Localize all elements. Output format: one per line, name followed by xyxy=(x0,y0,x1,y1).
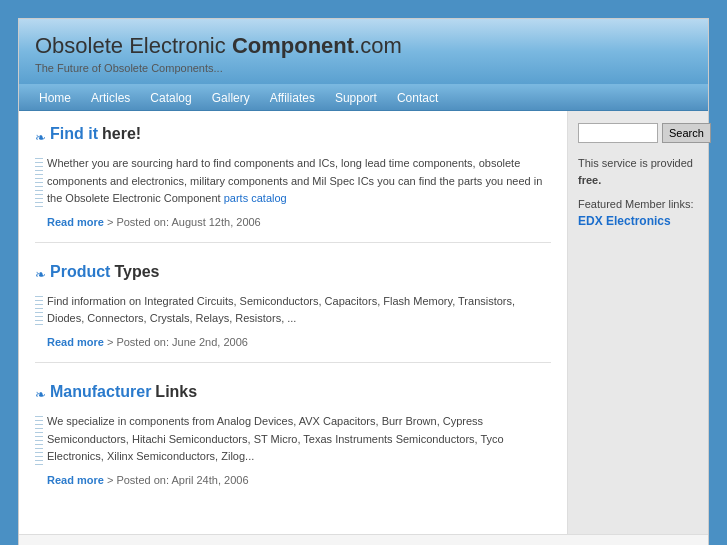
post-product-types-date: > Posted on: June 2nd, 2006 xyxy=(107,336,248,348)
post-product-types-body: Find information on Integrated Circuits,… xyxy=(35,293,551,328)
outer-wrapper: Obsolete Electronic Component.com The Fu… xyxy=(0,0,727,545)
parts-catalog-link[interactable]: parts catalog xyxy=(224,192,287,204)
post-find-it-body: Whether you are sourcing hard to find co… xyxy=(35,155,551,208)
nav-gallery[interactable]: Gallery xyxy=(202,85,260,111)
post-manufacturer-links-date: > Posted on: April 24th, 2006 xyxy=(107,474,249,486)
post-manufacturer-links-title-row: ❧ Manufacturer Links xyxy=(35,383,551,407)
site-title-bold: Component xyxy=(232,33,354,58)
post-product-types-footer: Read more > Posted on: June 2nd, 2006 xyxy=(35,336,551,348)
main-layout: ❧ Find it here! Whether you are sourcing… xyxy=(19,111,708,534)
site-nav: Home Articles Catalog Gallery Affiliates… xyxy=(19,85,708,111)
post-find-it-title: Find it here! xyxy=(50,125,141,143)
nav-catalog[interactable]: Catalog xyxy=(140,85,201,111)
post-manufacturer-links-keyword: Manufacturer xyxy=(50,383,151,401)
post-product-types: ❧ Product Types Find information on Inte… xyxy=(35,263,551,363)
post-product-types-rest: Types xyxy=(114,263,159,281)
post-product-types-read-more[interactable]: Read more xyxy=(47,336,104,348)
site-title: Obsolete Electronic Component.com xyxy=(35,33,692,59)
nav-support[interactable]: Support xyxy=(325,85,387,111)
post-manufacturer-links-body: We specialize in components from Analog … xyxy=(35,413,551,466)
sidebar-service-label: This service is provided xyxy=(578,157,693,169)
sidebar-service-text: This service is provided free. xyxy=(578,155,698,188)
site-header: Obsolete Electronic Component.com The Fu… xyxy=(19,19,708,85)
nav-contact[interactable]: Contact xyxy=(387,85,448,111)
sidebar-search: Search xyxy=(578,123,698,143)
post-manufacturer-links: ❧ Manufacturer Links We specialize in co… xyxy=(35,383,551,500)
post-find-it-title-row: ❧ Find it here! xyxy=(35,125,551,149)
sidebar-free-label: free. xyxy=(578,174,601,186)
post-product-types-title: Product Types xyxy=(50,263,160,281)
nav-affiliates[interactable]: Affiliates xyxy=(260,85,325,111)
sidebar: Search This service is provided free. Fe… xyxy=(568,111,708,534)
post-find-it-keyword: Find it xyxy=(50,125,98,143)
post-manufacturer-links-rest: Links xyxy=(155,383,197,401)
post-product-types-icon: ❧ xyxy=(35,267,46,282)
site-tagline: The Future of Obsolete Components... xyxy=(35,62,692,74)
site-container: Obsolete Electronic Component.com The Fu… xyxy=(18,18,709,545)
site-title-normal: Obsolete Electronic xyxy=(35,33,232,58)
nav-home[interactable]: Home xyxy=(29,85,81,111)
sidebar-featured-label: Featured Member links: xyxy=(578,198,698,210)
site-footer: © 2006. ObsoleteElectronicComponent.com xyxy=(19,534,708,545)
nav-articles[interactable]: Articles xyxy=(81,85,140,111)
search-input[interactable] xyxy=(578,123,658,143)
post-find-it-date: > Posted on: August 12th, 2006 xyxy=(107,216,261,228)
content-area: ❧ Find it here! Whether you are sourcing… xyxy=(19,111,568,534)
sidebar-edx-link[interactable]: EDX Electronics xyxy=(578,214,671,228)
search-button[interactable]: Search xyxy=(662,123,711,143)
post-product-types-title-row: ❧ Product Types xyxy=(35,263,551,287)
post-find-it: ❧ Find it here! Whether you are sourcing… xyxy=(35,125,551,243)
post-manufacturer-links-title: Manufacturer Links xyxy=(50,383,197,401)
post-manufacturer-links-icon: ❧ xyxy=(35,387,46,402)
post-manufacturer-links-read-more[interactable]: Read more xyxy=(47,474,104,486)
site-title-suffix: .com xyxy=(354,33,402,58)
post-manufacturer-links-footer: Read more > Posted on: April 24th, 2006 xyxy=(35,474,551,486)
post-find-it-icon: ❧ xyxy=(35,130,46,145)
post-find-it-read-more[interactable]: Read more xyxy=(47,216,104,228)
post-product-types-keyword: Product xyxy=(50,263,110,281)
post-find-it-rest: here! xyxy=(102,125,141,143)
post-find-it-footer: Read more > Posted on: August 12th, 2006 xyxy=(35,216,551,228)
